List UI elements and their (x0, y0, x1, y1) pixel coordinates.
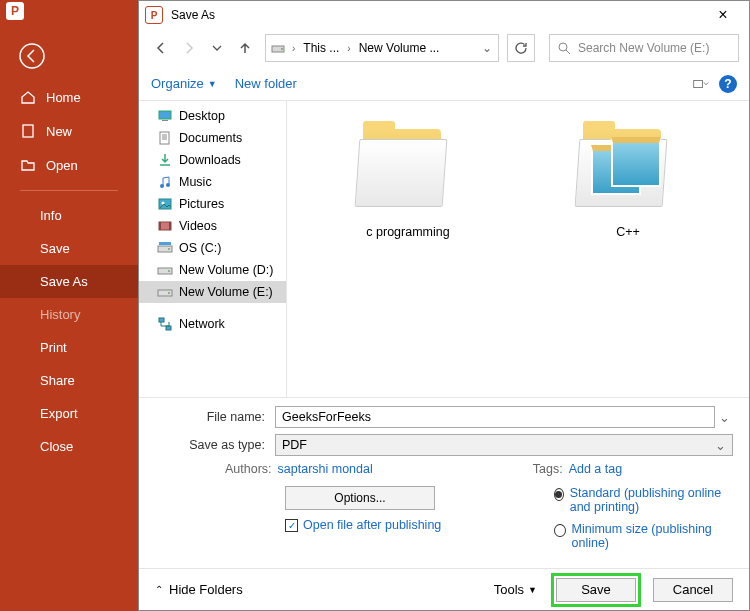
folder-name: c programming (333, 225, 483, 239)
sidebar-item-open[interactable]: Open (0, 148, 138, 182)
type-label: Save as type: (155, 438, 275, 452)
authors-value[interactable]: saptarshi mondal (278, 462, 373, 476)
svg-rect-14 (159, 222, 161, 230)
open-after-label[interactable]: Open file after publishing (303, 518, 441, 532)
help-button[interactable]: ? (719, 75, 737, 93)
breadcrumb-seg[interactable]: New Volume ... (353, 41, 446, 55)
tags-value[interactable]: Add a tag (569, 462, 623, 476)
tree-item-desktop[interactable]: Desktop (139, 105, 286, 127)
radio-standard[interactable] (554, 488, 564, 501)
sidebar-item-history[interactable]: History (0, 298, 138, 331)
sidebar-item-share[interactable]: Share (0, 364, 138, 397)
svg-point-0 (20, 44, 44, 68)
tree-item-drive-e[interactable]: New Volume (E:) (139, 281, 286, 303)
save-as-dialog: P Save As × › This ... › New Volume ... … (138, 0, 750, 611)
sidebar-item-close[interactable]: Close (0, 430, 138, 463)
tree-item-drive-c[interactable]: OS (C:) (139, 237, 286, 259)
back-button[interactable] (18, 42, 138, 70)
tree-item-drive-d[interactable]: New Volume (D:) (139, 259, 286, 281)
open-after-checkbox[interactable]: ✓ (285, 519, 298, 532)
network-icon (157, 316, 173, 332)
sidebar-item-info[interactable]: Info (0, 199, 138, 232)
folder-icon (353, 117, 463, 217)
folder-item[interactable]: c programming (333, 117, 483, 239)
sidebar-label: Open (46, 158, 78, 173)
svg-point-10 (166, 183, 170, 187)
view-options-button[interactable] (693, 76, 709, 92)
tree-item-documents[interactable]: Documents (139, 127, 286, 149)
radio-minimum[interactable] (554, 524, 566, 537)
svg-rect-24 (166, 326, 171, 330)
sidebar-item-save[interactable]: Save (0, 232, 138, 265)
search-icon (556, 40, 572, 56)
download-icon (157, 152, 173, 168)
powerpoint-backstage-sidebar: P Home New Open Info Save Save As Histor… (0, 0, 138, 611)
new-folder-button[interactable]: New folder (235, 76, 297, 91)
svg-rect-15 (169, 222, 171, 230)
svg-rect-7 (162, 120, 168, 121)
breadcrumb-dropdown[interactable]: ⌄ (476, 41, 498, 55)
dialog-footer: ⌃ Hide Folders Tools ▼ Save Cancel (139, 568, 749, 610)
open-icon (20, 157, 36, 173)
organize-menu[interactable]: Organize ▼ (151, 76, 217, 91)
search-input[interactable]: Search New Volume (E:) (549, 34, 739, 62)
file-list[interactable]: c programming C++ (287, 101, 749, 397)
hide-folders-button[interactable]: ⌃ Hide Folders (155, 582, 243, 597)
chevron-up-icon: ⌃ (155, 584, 163, 595)
app-icon: P (0, 0, 138, 20)
close-button[interactable]: × (703, 6, 743, 24)
tree-item-music[interactable]: Music (139, 171, 286, 193)
authors-label: Authors: (225, 462, 272, 476)
address-bar[interactable]: › This ... › New Volume ... ⌄ (265, 34, 499, 62)
svg-point-4 (559, 43, 567, 51)
nav-up-button[interactable] (233, 36, 257, 60)
tools-menu[interactable]: Tools ▼ (494, 582, 537, 597)
breadcrumb-seg[interactable]: This ... (297, 41, 345, 55)
tree-item-network[interactable]: Network (139, 313, 286, 335)
cancel-button[interactable]: Cancel (653, 578, 733, 602)
sidebar-item-home[interactable]: Home (0, 80, 138, 114)
sidebar-item-print[interactable]: Print (0, 331, 138, 364)
folder-icon (573, 117, 683, 217)
type-select[interactable]: PDF⌄ (275, 434, 733, 456)
svg-point-20 (168, 270, 170, 272)
save-button[interactable]: Save (556, 578, 636, 602)
sidebar-item-export[interactable]: Export (0, 397, 138, 430)
radio-standard-label[interactable]: Standard (publishing online and printing… (570, 486, 733, 514)
radio-minimum-label[interactable]: Minimum size (publishing online) (572, 522, 734, 550)
tree-item-pictures[interactable]: Pictures (139, 193, 286, 215)
svg-rect-18 (159, 242, 171, 245)
picture-icon (157, 196, 173, 212)
save-highlight: Save (551, 573, 641, 607)
desktop-icon (157, 108, 173, 124)
svg-point-9 (160, 184, 164, 188)
svg-point-17 (168, 248, 170, 250)
form-panel: File name: ⌄ Save as type: PDF⌄ Authors:… (139, 397, 749, 568)
sidebar-item-save-as[interactable]: Save As (0, 265, 138, 298)
tree-item-downloads[interactable]: Downloads (139, 149, 286, 171)
sidebar-label: New (46, 124, 72, 139)
folder-item[interactable]: C++ (553, 117, 703, 239)
chevron-right-icon[interactable]: › (345, 43, 352, 54)
nav-recent-dropdown[interactable] (205, 36, 229, 60)
filename-label: File name: (155, 410, 275, 424)
tree-item-videos[interactable]: Videos (139, 215, 286, 237)
tags-label: Tags: (533, 462, 563, 476)
nav-back-button[interactable] (149, 36, 173, 60)
nav-forward-button[interactable] (177, 36, 201, 60)
options-button[interactable]: Options... (285, 486, 435, 510)
chevron-right-icon[interactable]: › (290, 43, 297, 54)
svg-rect-1 (23, 125, 33, 137)
music-icon (157, 174, 173, 190)
search-placeholder: Search New Volume (E:) (578, 41, 709, 55)
dropdown-icon[interactable]: ⌄ (715, 410, 733, 425)
svg-point-22 (168, 292, 170, 294)
drive-icon (157, 262, 173, 278)
sidebar-item-new[interactable]: New (0, 114, 138, 148)
svg-rect-8 (160, 132, 169, 144)
svg-point-3 (281, 48, 283, 50)
filename-input[interactable] (275, 406, 715, 428)
command-bar: Organize ▼ New folder ? (139, 67, 749, 101)
nav-tree: Desktop Documents Downloads Music Pictur… (139, 101, 287, 397)
refresh-button[interactable] (507, 34, 535, 62)
